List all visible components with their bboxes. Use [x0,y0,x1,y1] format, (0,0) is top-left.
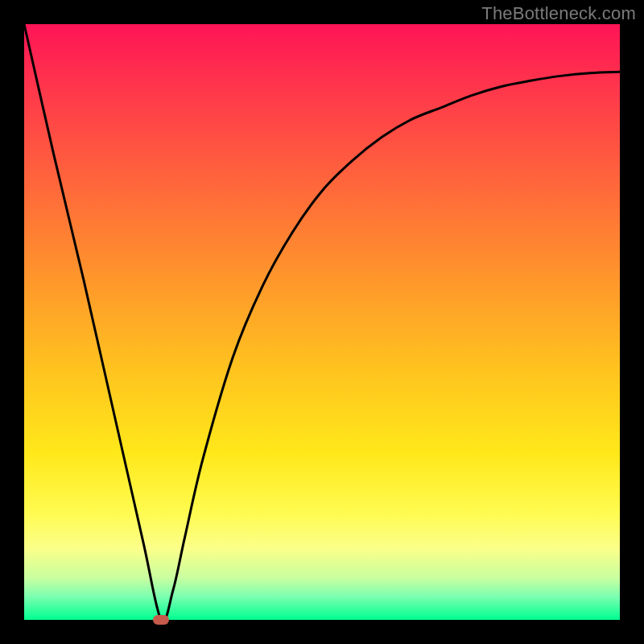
chart-plot-area [24,24,620,620]
optimal-point-marker [153,615,169,625]
watermark-text: TheBottleneck.com [481,3,636,24]
curve-path [24,24,620,621]
bottleneck-curve [24,24,620,620]
